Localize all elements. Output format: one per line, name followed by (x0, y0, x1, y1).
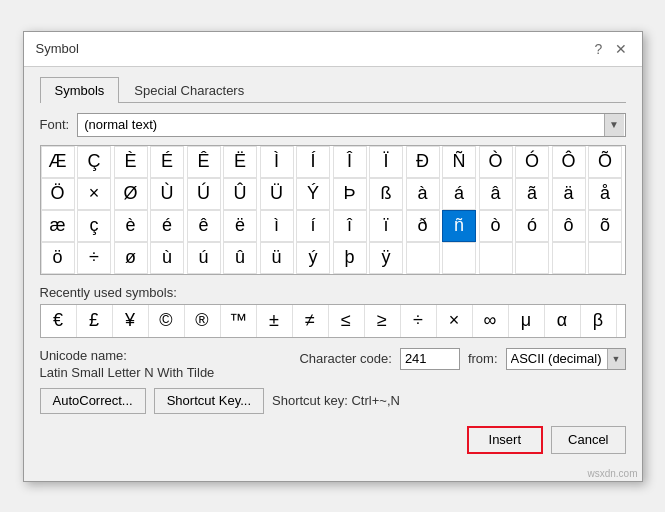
symbol-cell[interactable]: ä (552, 178, 586, 210)
symbol-cell[interactable]: Õ (588, 146, 622, 178)
symbol-cell[interactable]: Ç (77, 146, 111, 178)
symbol-cell[interactable]: ê (187, 210, 221, 242)
symbol-cell[interactable] (588, 242, 622, 274)
font-row: Font: (normal text) ▼ (40, 113, 626, 137)
symbol-cell[interactable]: × (77, 178, 111, 210)
symbol-cell[interactable]: ÿ (369, 242, 403, 274)
symbol-cell[interactable]: æ (41, 210, 75, 242)
symbol-cell[interactable] (406, 242, 440, 274)
symbol-cell[interactable]: Í (296, 146, 330, 178)
recent-cell[interactable]: ≥ (365, 305, 401, 337)
symbol-cell[interactable]: ð (406, 210, 440, 242)
close-button[interactable]: ✕ (612, 40, 630, 58)
symbol-cell[interactable]: Ý (296, 178, 330, 210)
symbol-cell[interactable]: à (406, 178, 440, 210)
symbol-cell[interactable]: ù (150, 242, 184, 274)
recent-cell[interactable]: μ (509, 305, 545, 337)
tab-symbols[interactable]: Symbols (40, 77, 120, 103)
bottom-row: Insert Cancel (40, 426, 626, 454)
recent-cell[interactable]: ™ (221, 305, 257, 337)
symbol-cell[interactable]: â (479, 178, 513, 210)
from-select[interactable]: ASCII (decimal) ASCII (hex) Unicode (hex… (506, 348, 626, 370)
font-select[interactable]: (normal text) (77, 113, 625, 137)
symbol-cell[interactable]: ô (552, 210, 586, 242)
dialog-title: Symbol (36, 41, 79, 56)
symbol-cell[interactable]: Ñ (442, 146, 476, 178)
symbol-cell[interactable] (552, 242, 586, 274)
autocorrect-button[interactable]: AutoCorrect... (40, 388, 146, 414)
symbol-cell[interactable]: å (588, 178, 622, 210)
symbol-cell[interactable]: ï (369, 210, 403, 242)
symbol-grid-container: ÆÇÈÉÊËÌÍÎÏÐÑÒÓÔÕÖ×ØÙÚÛÜÝÞßàáâãäåæçèéêëìí… (40, 145, 626, 275)
symbol-cell[interactable]: É (150, 146, 184, 178)
recent-cell[interactable]: ≤ (329, 305, 365, 337)
symbol-cell[interactable]: þ (333, 242, 367, 274)
recent-cell[interactable]: ≠ (293, 305, 329, 337)
symbol-cell[interactable]: Þ (333, 178, 367, 210)
symbol-cell[interactable] (515, 242, 549, 274)
symbol-cell[interactable] (442, 242, 476, 274)
symbol-cell[interactable]: ò (479, 210, 513, 242)
recent-cell[interactable]: ∞ (473, 305, 509, 337)
insert-button[interactable]: Insert (467, 426, 544, 454)
symbol-cell[interactable]: Ï (369, 146, 403, 178)
recent-cell[interactable]: £ (77, 305, 113, 337)
symbol-cell[interactable]: Ü (260, 178, 294, 210)
symbol-cell[interactable]: Ò (479, 146, 513, 178)
recent-cell[interactable]: β (581, 305, 617, 337)
symbol-cell[interactable]: ó (515, 210, 549, 242)
symbol-cell[interactable]: Û (223, 178, 257, 210)
symbol-cell[interactable]: ë (223, 210, 257, 242)
symbol-cell[interactable]: é (150, 210, 184, 242)
symbol-cell[interactable]: Ù (150, 178, 184, 210)
symbol-cell[interactable]: ß (369, 178, 403, 210)
recent-cell[interactable]: © (149, 305, 185, 337)
unicode-right: Character code: from: ASCII (decimal) AS… (299, 348, 625, 370)
symbol-cell[interactable]: î (333, 210, 367, 242)
symbol-cell[interactable]: ÷ (77, 242, 111, 274)
symbol-cell[interactable] (479, 242, 513, 274)
symbol-dialog: Symbol ? ✕ Symbols Special Characters Fo… (23, 31, 643, 482)
cancel-button[interactable]: Cancel (551, 426, 625, 454)
symbol-cell[interactable]: Ø (114, 178, 148, 210)
symbol-cell[interactable]: Ë (223, 146, 257, 178)
symbol-cell[interactable]: È (114, 146, 148, 178)
symbol-cell[interactable]: Ú (187, 178, 221, 210)
symbol-cell[interactable]: Ê (187, 146, 221, 178)
symbol-cell[interactable]: ø (114, 242, 148, 274)
unicode-name-label: Unicode name: (40, 348, 292, 363)
shortcut-key-text: Shortcut key: Ctrl+~,N (272, 393, 400, 408)
symbol-cell[interactable]: ö (41, 242, 75, 274)
recent-cell[interactable]: ÷ (401, 305, 437, 337)
tab-special-characters[interactable]: Special Characters (119, 77, 259, 103)
symbol-cell[interactable]: ý (296, 242, 330, 274)
recent-cell[interactable]: α (545, 305, 581, 337)
symbol-cell[interactable]: Ô (552, 146, 586, 178)
recent-cell[interactable]: ® (185, 305, 221, 337)
symbol-cell[interactable]: í (296, 210, 330, 242)
char-code-input[interactable] (400, 348, 460, 370)
shortcut-key-button[interactable]: Shortcut Key... (154, 388, 264, 414)
char-code-label: Character code: (299, 351, 392, 366)
recent-cell[interactable]: ± (257, 305, 293, 337)
symbol-cell[interactable]: ñ (442, 210, 476, 242)
symbol-cell[interactable]: ü (260, 242, 294, 274)
symbol-cell[interactable]: Æ (41, 146, 75, 178)
symbol-cell[interactable]: ã (515, 178, 549, 210)
symbol-cell[interactable]: ç (77, 210, 111, 242)
symbol-cell[interactable]: Ö (41, 178, 75, 210)
help-button[interactable]: ? (590, 40, 608, 58)
symbol-cell[interactable]: á (442, 178, 476, 210)
recent-cell[interactable]: € (41, 305, 77, 337)
recent-cell[interactable]: × (437, 305, 473, 337)
recent-cell[interactable]: ¥ (113, 305, 149, 337)
symbol-cell[interactable]: û (223, 242, 257, 274)
symbol-cell[interactable]: õ (588, 210, 622, 242)
symbol-cell[interactable]: Ó (515, 146, 549, 178)
symbol-cell[interactable]: è (114, 210, 148, 242)
symbol-cell[interactable]: Ì (260, 146, 294, 178)
symbol-cell[interactable]: Ð (406, 146, 440, 178)
symbol-cell[interactable]: Î (333, 146, 367, 178)
symbol-cell[interactable]: ì (260, 210, 294, 242)
symbol-cell[interactable]: ú (187, 242, 221, 274)
